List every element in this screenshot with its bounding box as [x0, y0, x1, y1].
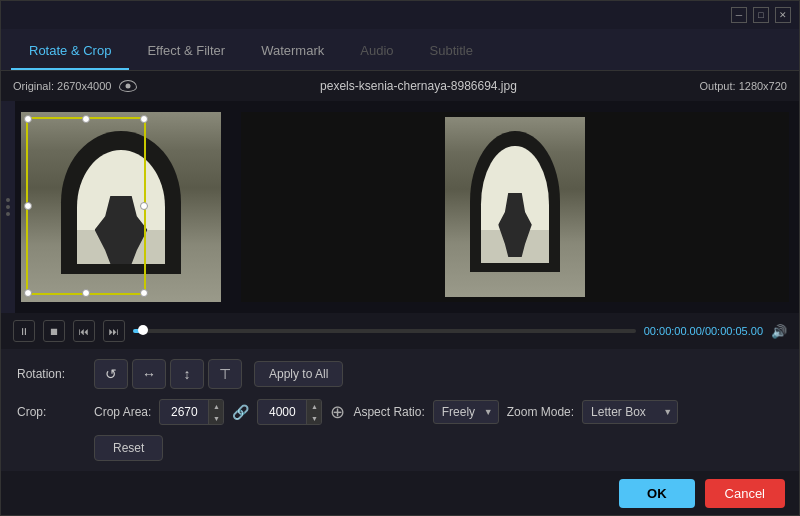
width-down-button[interactable]: ▼ — [209, 412, 223, 424]
ok-button[interactable]: OK — [619, 479, 695, 508]
crop-height-input-wrap: ▲ ▼ — [257, 399, 322, 425]
crop-center-icon[interactable]: ⊕ — [330, 401, 345, 423]
aspect-ratio-select-wrap: Freely 16:9 4:3 1:1 9:16 ▼ — [433, 400, 499, 424]
crop-label: Crop: — [17, 405, 82, 419]
flip-horizontal-button[interactable]: ↔ — [132, 359, 166, 389]
apply-all-button[interactable]: Apply to All — [254, 361, 343, 387]
filename-display: pexels-ksenia-chernaya-8986694.jpg — [320, 79, 517, 93]
crop-width-input-wrap: ▲ ▼ — [159, 399, 224, 425]
play-pause-button[interactable]: ⏸ — [13, 320, 35, 342]
preview-image-output — [445, 117, 585, 297]
time-display: 00:00:00.00/00:00:05.00 — [644, 325, 763, 337]
rotate-left-button[interactable]: ↺ — [94, 359, 128, 389]
volume-icon[interactable]: 🔊 — [771, 324, 787, 339]
minimize-button[interactable]: ─ — [731, 7, 747, 23]
rotate-right-button[interactable]: ⊤ — [208, 359, 242, 389]
zoom-mode-label: Zoom Mode: — [507, 405, 574, 419]
arch-inner — [77, 150, 165, 264]
height-up-button[interactable]: ▲ — [307, 400, 321, 412]
progress-thumb — [138, 325, 148, 335]
tab-subtitle: Subtitle — [412, 32, 491, 70]
handle-dot — [6, 205, 10, 209]
sidebar-handle[interactable] — [1, 101, 15, 313]
rotation-buttons: ↺ ↔ ↕ ⊤ — [94, 359, 242, 389]
aspect-ratio-select[interactable]: Freely 16:9 4:3 1:1 9:16 — [433, 400, 499, 424]
arch-inner-r — [481, 146, 548, 263]
height-spinners: ▲ ▼ — [306, 400, 321, 424]
stop-button[interactable]: ⏹ — [43, 320, 65, 342]
next-button[interactable]: ⏭ — [103, 320, 125, 342]
main-window: ─ □ ✕ Rotate & Crop Effect & Filter Wate… — [0, 0, 800, 516]
flip-vertical-button[interactable]: ↕ — [170, 359, 204, 389]
arch-image-right — [445, 117, 585, 297]
rotation-label: Rotation: — [17, 367, 82, 381]
tab-effect-filter[interactable]: Effect & Filter — [129, 32, 243, 70]
close-button[interactable]: ✕ — [775, 7, 791, 23]
width-up-button[interactable]: ▲ — [209, 400, 223, 412]
preview-area — [1, 101, 799, 313]
crop-area-label: Crop Area: — [94, 405, 151, 419]
zoom-mode-select-wrap: Letter Box Pan & Scan Full ▼ — [582, 400, 678, 424]
width-spinners: ▲ ▼ — [208, 400, 223, 424]
preview-right — [241, 112, 789, 302]
window-controls: ─ □ ✕ — [731, 7, 791, 23]
arch-image — [21, 112, 221, 302]
rotation-row: Rotation: ↺ ↔ ↕ ⊤ Apply to All — [17, 359, 783, 389]
tab-bar: Rotate & Crop Effect & Filter Watermark … — [1, 29, 799, 71]
aspect-ratio-label: Aspect Ratio: — [353, 405, 424, 419]
aspect-lock-icon[interactable]: 🔗 — [232, 404, 249, 420]
original-info: Original: 2670x4000 — [13, 80, 137, 92]
crop-row: Crop: Crop Area: ▲ ▼ 🔗 ▲ ▼ — [17, 399, 783, 425]
file-info-bar: Original: 2670x4000 pexels-ksenia-cherna… — [1, 71, 799, 101]
handle-dot — [6, 212, 10, 216]
zoom-mode-select[interactable]: Letter Box Pan & Scan Full — [582, 400, 678, 424]
controls-area: Rotation: ↺ ↔ ↕ ⊤ Apply to All Crop: Cro… — [1, 349, 799, 471]
preview-images — [1, 101, 799, 313]
prev-button[interactable]: ⏮ — [73, 320, 95, 342]
handle-dot — [6, 198, 10, 202]
progress-bar[interactable] — [133, 329, 636, 333]
height-down-button[interactable]: ▼ — [307, 412, 321, 424]
original-dimensions: Original: 2670x4000 — [13, 80, 111, 92]
crop-controls: Crop Area: ▲ ▼ 🔗 ▲ ▼ ⊕ As — [94, 399, 678, 425]
output-info: Output: 1280x720 — [700, 80, 787, 92]
tab-watermark[interactable]: Watermark — [243, 32, 342, 70]
maximize-button[interactable]: □ — [753, 7, 769, 23]
crop-height-input[interactable] — [258, 401, 306, 423]
cancel-button[interactable]: Cancel — [705, 479, 785, 508]
reset-row: Reset — [17, 435, 783, 461]
title-bar: ─ □ ✕ — [1, 1, 799, 29]
crop-width-input[interactable] — [160, 401, 208, 423]
preview-image-original — [21, 112, 221, 302]
reset-button[interactable]: Reset — [94, 435, 163, 461]
preview-left — [21, 112, 221, 302]
visibility-icon[interactable] — [119, 80, 137, 92]
footer-bar: OK Cancel — [1, 471, 799, 515]
tab-rotate-crop[interactable]: Rotate & Crop — [11, 32, 129, 70]
tab-audio: Audio — [342, 32, 411, 70]
playback-bar: ⏸ ⏹ ⏮ ⏭ 00:00:00.00/00:00:05.00 🔊 — [1, 313, 799, 349]
